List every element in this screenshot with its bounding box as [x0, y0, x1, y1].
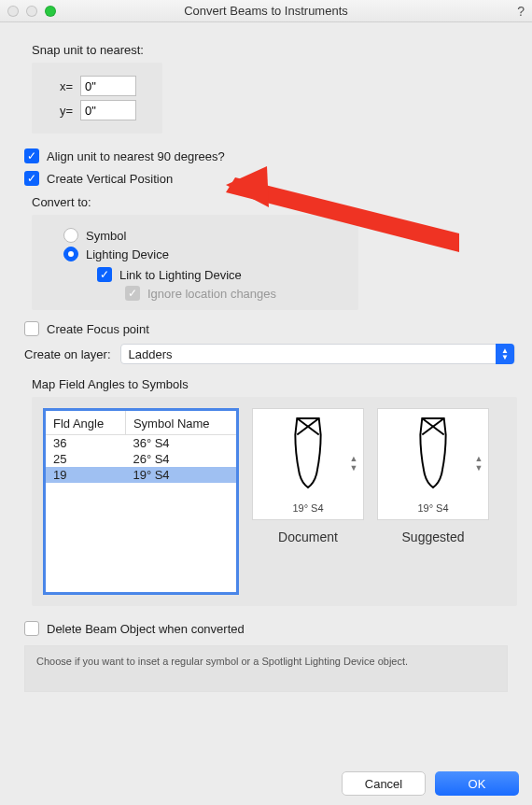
hint-text: Choose if you want to inset a regular sy… — [24, 645, 508, 692]
cell-name: 36° S4 — [125, 435, 236, 452]
suggested-preview[interactable]: 19° S4 ▲▼ — [377, 408, 489, 520]
document-preview[interactable]: 19° S4 ▲▼ — [252, 408, 364, 520]
layer-label: Create on layer: — [24, 347, 111, 361]
cell-angle: 36 — [46, 435, 125, 452]
document-preview-label: 19° S4 — [292, 502, 323, 514]
cell-name: 26° S4 — [125, 451, 236, 467]
ignore-label: Ignore location changes — [147, 287, 276, 301]
cell-angle: 19 — [46, 467, 125, 483]
fixture-icon — [414, 417, 452, 489]
fixture-icon — [289, 417, 327, 489]
delete-checkbox[interactable] — [24, 621, 39, 636]
suggested-preview-label: 19° S4 — [417, 502, 448, 514]
table-row[interactable]: 19 19° S4 — [46, 467, 236, 483]
snap-x-label: x= — [50, 79, 73, 93]
suggested-caption: Suggested — [402, 530, 465, 544]
align-checkbox[interactable]: ✓ — [24, 148, 39, 163]
cell-name: 19° S4 — [125, 467, 236, 483]
snap-section-label: Snap unit to nearest: — [32, 43, 515, 57]
cell-angle: 25 — [46, 451, 125, 467]
link-checkbox[interactable]: ✓ — [97, 267, 112, 282]
window-title: Convert Beams to Instruments — [0, 4, 532, 18]
ignore-checkbox: ✓ — [125, 286, 140, 301]
titlebar: Convert Beams to Instruments ? — [0, 0, 532, 22]
symbol-radio[interactable] — [63, 228, 78, 243]
delete-label: Delete Beam Object when converted — [47, 622, 245, 636]
convert-section-label: Convert to: — [32, 195, 515, 209]
stepper-icon[interactable]: ▲▼ — [348, 450, 359, 476]
cancel-button[interactable]: Cancel — [342, 771, 426, 796]
map-panel: Fld Angle Symbol Name 36 36° S4 25 26° S… — [32, 397, 517, 606]
align-label: Align unit to nearest 90 degrees? — [47, 149, 225, 163]
col-name: Symbol Name — [125, 411, 236, 435]
chevron-up-down-icon: ▲▼ — [496, 344, 514, 364]
snap-y-input[interactable] — [80, 100, 136, 120]
symbol-radio-label: Symbol — [86, 229, 126, 243]
stepper-icon[interactable]: ▲▼ — [473, 450, 484, 476]
table-row[interactable]: 36 36° S4 — [46, 435, 236, 452]
layer-value: Ladders — [129, 347, 173, 361]
lighting-radio-label: Lighting Device — [86, 247, 169, 261]
table-row[interactable]: 25 26° S4 — [46, 451, 236, 467]
focus-checkbox[interactable] — [24, 321, 39, 336]
col-angle: Fld Angle — [46, 411, 125, 435]
layer-select[interactable]: Ladders ▲▼ — [120, 344, 516, 364]
snap-x-input[interactable] — [80, 76, 136, 96]
lighting-radio[interactable] — [63, 247, 78, 261]
vertical-checkbox[interactable]: ✓ — [24, 171, 39, 186]
ok-button[interactable]: OK — [435, 771, 519, 796]
link-label: Link to Lighting Device — [119, 268, 242, 282]
angle-symbol-table[interactable]: Fld Angle Symbol Name 36 36° S4 25 26° S… — [43, 408, 239, 595]
focus-label: Create Focus point — [47, 322, 149, 336]
map-section-label: Map Field Angles to Symbols — [32, 377, 515, 391]
vertical-label: Create Vertical Position — [47, 172, 173, 186]
help-button[interactable]: ? — [517, 0, 525, 22]
snap-panel: x= y= — [32, 63, 162, 134]
snap-y-label: y= — [50, 104, 73, 118]
document-caption: Document — [278, 530, 338, 544]
convert-panel: Symbol Lighting Device ✓ Link to Lightin… — [32, 215, 358, 310]
